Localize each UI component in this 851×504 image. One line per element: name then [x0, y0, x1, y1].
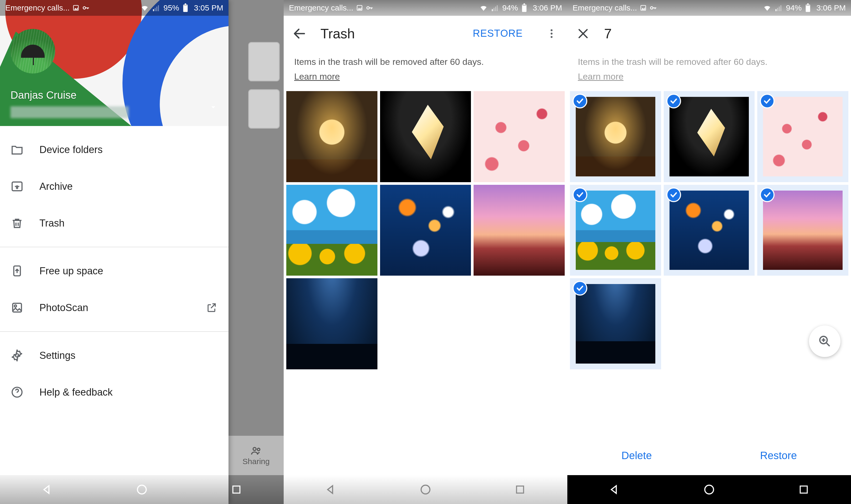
svg-rect-54	[806, 5, 810, 6]
svg-rect-20	[13, 303, 21, 312]
account-dropdown-icon[interactable]	[209, 102, 218, 113]
signal-icon	[491, 4, 499, 12]
svg-marker-44	[641, 7, 645, 10]
account-name: Danjas Cruise	[11, 89, 76, 101]
restore-all-button[interactable]: RESTORE	[473, 28, 523, 39]
nav-back-button[interactable]	[607, 482, 622, 498]
external-link-icon	[205, 301, 218, 314]
nav-home-button[interactable]	[418, 482, 433, 498]
selection-count: 7	[604, 26, 843, 41]
system-nav-bar	[284, 475, 567, 504]
people-icon	[250, 445, 262, 457]
svg-rect-48	[776, 9, 777, 11]
overflow-menu-button[interactable]	[544, 26, 560, 41]
signal-icon	[152, 4, 160, 12]
photo-thumbnail[interactable]	[286, 185, 377, 276]
svg-point-0	[253, 448, 256, 451]
drawer-item-label: Trash	[39, 218, 218, 229]
svg-rect-14	[158, 5, 159, 11]
photo-thumbnail[interactable]	[474, 185, 565, 276]
status-time: 3:05 PM	[194, 3, 223, 12]
photo-thumbnail-selected[interactable]	[757, 91, 848, 182]
status-bar: Emergency calls... 94% 3:06 PM	[284, 0, 567, 16]
photo-thumbnail-selected[interactable]	[757, 185, 848, 276]
navigation-drawer: Danjas Cruise Emergency calls... 95% 3:0…	[0, 0, 229, 504]
photo-thumbnail[interactable]	[286, 91, 377, 182]
drawer-item-free-up-space[interactable]: Free up space	[0, 253, 229, 289]
check-icon	[572, 94, 587, 108]
check-icon	[760, 187, 775, 202]
drawer-item-label: PhotoScan	[39, 302, 189, 313]
archive-icon	[11, 180, 24, 193]
battery-icon	[805, 3, 811, 12]
photo-thumbnail-selected[interactable]	[664, 185, 755, 276]
photo-thumbnail[interactable]	[380, 91, 471, 182]
key-icon	[82, 4, 90, 12]
trash-icon	[11, 217, 24, 230]
drawer-header[interactable]: Danjas Cruise	[0, 0, 229, 126]
svg-point-21	[15, 305, 17, 307]
check-icon	[572, 187, 587, 202]
photo-thumbnail[interactable]	[474, 91, 565, 182]
nav-home-button[interactable]	[701, 482, 717, 498]
learn-more-link[interactable]: Learn more	[578, 70, 623, 83]
drawer-item-help-feedback[interactable]: Help & feedback	[0, 374, 229, 411]
svg-rect-13	[156, 6, 157, 11]
drawer-item-settings[interactable]: Settings	[0, 337, 229, 374]
trash-info-text: Items in the trash will be removed after…	[578, 57, 767, 67]
svg-rect-42	[517, 486, 524, 493]
drawer-item-photoscan[interactable]: PhotoScan	[0, 289, 229, 326]
nav-home-button[interactable]	[134, 482, 150, 498]
wifi-icon	[479, 3, 488, 12]
photo-thumbnail-selected[interactable]	[570, 185, 661, 276]
nav-back-button[interactable]	[39, 482, 55, 498]
screenshot-icon	[72, 4, 79, 12]
photo-thumbnail[interactable]	[380, 185, 471, 276]
nav-recents-button[interactable]	[229, 482, 244, 498]
learn-more-link[interactable]: Learn more	[294, 70, 340, 83]
svg-rect-32	[494, 8, 495, 11]
nav-back-button[interactable]	[323, 482, 339, 498]
battery-icon	[182, 3, 189, 12]
key-icon	[366, 4, 373, 12]
divider	[0, 247, 229, 247]
svg-point-41	[421, 485, 430, 494]
trash-info-banner: Items in the trash will be removed after…	[567, 51, 851, 91]
status-notification-text: Emergency calls...	[5, 3, 70, 12]
drawer-item-device-folders[interactable]: Device folders	[0, 131, 229, 168]
svg-rect-37	[522, 5, 526, 6]
svg-point-38	[551, 29, 552, 31]
svg-point-45	[651, 6, 653, 9]
drawer-item-trash[interactable]: Trash	[0, 205, 229, 241]
svg-point-59	[705, 485, 713, 494]
trash-body: Delete Restore	[567, 91, 851, 475]
account-avatar[interactable]	[11, 29, 55, 73]
svg-point-39	[551, 33, 552, 34]
svg-rect-16	[185, 3, 186, 4]
nav-recents-button[interactable]	[512, 482, 528, 498]
close-selection-button[interactable]	[575, 26, 591, 41]
photo-thumbnail-selected[interactable]	[570, 278, 661, 369]
svg-point-8	[83, 6, 86, 9]
zoom-fab[interactable]	[809, 325, 840, 357]
bottom-tab-sharing[interactable]: Sharing	[229, 436, 284, 475]
photo-thumbnail-selected[interactable]	[570, 91, 661, 182]
svg-rect-17	[183, 5, 187, 6]
restore-button[interactable]: Restore	[760, 450, 797, 462]
photo-grid	[284, 91, 567, 369]
nav-recents-button[interactable]	[796, 482, 812, 498]
screenshot-icon	[356, 4, 363, 12]
drawer-item-archive[interactable]: Archive	[0, 168, 229, 205]
svg-point-1	[258, 448, 260, 451]
divider	[0, 331, 229, 332]
battery-percent: 94%	[502, 3, 518, 12]
drawer-scrim[interactable]	[229, 0, 284, 504]
photo-thumbnail[interactable]	[286, 278, 377, 369]
key-icon	[650, 4, 657, 12]
trash-info-text: Items in the trash will be removed after…	[294, 57, 484, 67]
screen-drawer: Sharing Danjas Cruise Emergency	[0, 0, 284, 504]
back-button[interactable]	[291, 26, 307, 41]
delete-button[interactable]: Delete	[621, 450, 652, 462]
photo-thumbnail-selected[interactable]	[664, 91, 755, 182]
free-up-space-icon	[11, 264, 24, 277]
